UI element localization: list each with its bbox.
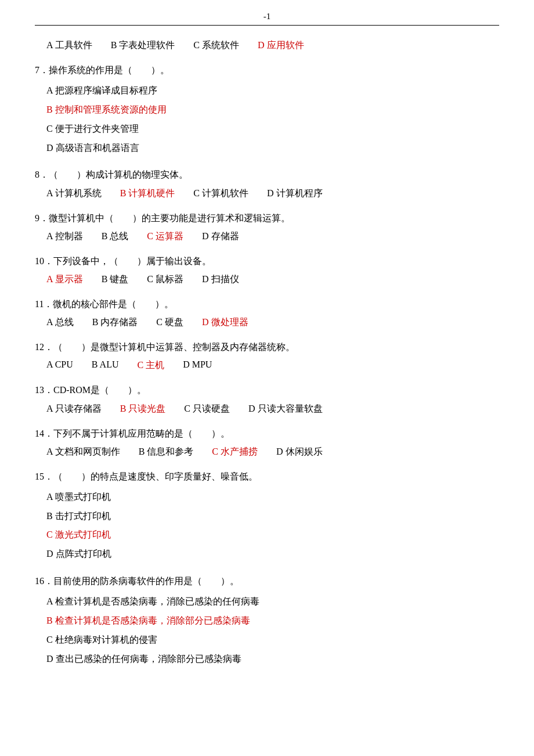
option-label: B bbox=[92, 317, 101, 327]
options-q16: A 检查计算机是否感染病毒，消除已感染的任何病毒B 检查计算机是否感染病毒，消除… bbox=[35, 593, 499, 667]
question-block-q16: 16．目前使用的防杀病毒软件的作用是（ ）。A 检查计算机是否感染病毒，消除已感… bbox=[35, 573, 499, 667]
option-q16-A: A 检查计算机是否感染病毒，消除已感染的任何病毒 bbox=[46, 593, 499, 610]
option-text: 文档和网页制作 bbox=[55, 447, 120, 456]
option-text: 信息和参考 bbox=[147, 447, 193, 456]
option-text: 水产捕捞 bbox=[221, 447, 258, 456]
option-q13-A: A 只读存储器 bbox=[46, 403, 102, 415]
option-q11-D: D 微处理器 bbox=[202, 316, 248, 329]
question-stem-q11: 11．微机的核心部件是（ ）。 bbox=[35, 296, 499, 312]
options-q15: A 喷墨式打印机B 击打式打印机C 激光式打印机D 点阵式打印机 bbox=[35, 489, 499, 563]
option-q10-A: A 显示器 bbox=[46, 273, 83, 286]
option-label: D bbox=[267, 188, 276, 198]
options-inline-q9: A 控制器B 总线C 运算器D 存储器 bbox=[35, 231, 499, 243]
option-label: B bbox=[120, 404, 129, 413]
option-text: 微处理器 bbox=[211, 317, 248, 327]
option-q9-D: D 存储器 bbox=[202, 231, 239, 243]
option-q13-C: C 只读硬盘 bbox=[184, 403, 230, 415]
option-q7-A: A 把源程序编译成目标程序 bbox=[46, 82, 499, 99]
option-text: 检查计算机是否感染病毒，消除已感染的任何病毒 bbox=[55, 596, 259, 606]
option-q12-B: B ALU bbox=[92, 359, 119, 372]
option-q12-D: D MPU bbox=[183, 359, 212, 372]
option-q_prefix-B: B 字表处理软件 bbox=[111, 39, 175, 52]
option-label: A bbox=[46, 404, 55, 413]
option-text: 应用软件 bbox=[267, 40, 304, 50]
option-text: 只读大容量软盘 bbox=[258, 404, 323, 413]
option-label: A bbox=[46, 188, 55, 198]
option-q10-B: B 键盘 bbox=[102, 273, 129, 286]
option-text: 喷墨式打印机 bbox=[55, 492, 111, 502]
option-text: 显示器 bbox=[55, 274, 83, 284]
options-inline-q14: A 文档和网页制作B 信息和参考C 水产捕捞D 休闲娱乐 bbox=[35, 446, 499, 458]
option-text: 控制器 bbox=[55, 231, 83, 241]
option-text: 控制和管理系统资源的使用 bbox=[55, 105, 167, 114]
option-text: 主机 bbox=[146, 360, 164, 370]
option-label: D bbox=[202, 231, 211, 241]
option-label: A bbox=[46, 85, 55, 95]
option-q15-B: B 击打式打印机 bbox=[46, 508, 499, 525]
option-text: 总线 bbox=[55, 317, 74, 327]
option-label: B bbox=[92, 359, 100, 369]
option-label: B bbox=[46, 511, 55, 521]
option-label: B bbox=[102, 231, 110, 241]
option-q9-A: A 控制器 bbox=[46, 231, 83, 243]
question-block-q10: 10．下列设备中，（ ）属于输出设备。A 显示器B 键盘C 鼠标器D 扫描仪 bbox=[35, 253, 499, 286]
option-q11-C: C 硬盘 bbox=[156, 316, 183, 329]
option-q8-D: D 计算机程序 bbox=[267, 188, 323, 200]
option-text: 内存储器 bbox=[100, 317, 138, 327]
option-q16-B: B 检查计算机是否感染病毒，消除部分已感染病毒 bbox=[46, 613, 499, 629]
option-text: 只读存储器 bbox=[55, 404, 102, 413]
option-text: 点阵式打印机 bbox=[56, 549, 111, 559]
option-text: 杜绝病毒对计算机的侵害 bbox=[55, 635, 157, 645]
option-q8-B: B 计算机硬件 bbox=[120, 188, 175, 200]
option-label: A bbox=[46, 492, 55, 502]
question-stem-q12: 12．（ ）是微型计算机中运算器、控制器及内存储器统称。 bbox=[35, 339, 499, 355]
option-label: C bbox=[193, 40, 202, 50]
question-stem-q7: 7．操作系统的作用是（ ）。 bbox=[35, 62, 499, 78]
question-block-q7: 7．操作系统的作用是（ ）。A 把源程序编译成目标程序B 控制和管理系统资源的使… bbox=[35, 62, 499, 156]
question-block-q11: 11．微机的核心部件是（ ）。A 总线B 内存储器C 硬盘D 微处理器 bbox=[35, 296, 499, 329]
option-text: 高级语言和机器语言 bbox=[56, 143, 139, 153]
options-inline-q13: A 只读存储器B 只读光盘C 只读硬盘D 只读大容量软盘 bbox=[35, 403, 499, 415]
option-label: A bbox=[46, 447, 55, 456]
option-label: C bbox=[46, 124, 55, 134]
option-label: C bbox=[184, 404, 193, 413]
option-q12-C: C 主机 bbox=[137, 359, 164, 372]
option-label: A bbox=[46, 317, 55, 327]
option-q8-A: A 计算机系统 bbox=[46, 188, 102, 200]
option-q9-C: C 运算器 bbox=[147, 231, 183, 243]
options-inline-q8: A 计算机系统B 计算机硬件C 计算机软件D 计算机程序 bbox=[35, 188, 499, 200]
question-stem-q8: 8．（ ）构成计算机的物理实体。 bbox=[35, 167, 499, 182]
option-label: D bbox=[183, 359, 192, 369]
option-text: 查出已感染的任何病毒，消除部分已感染病毒 bbox=[56, 654, 241, 664]
question-stem-q10: 10．下列设备中，（ ）属于输出设备。 bbox=[35, 253, 499, 269]
option-label: B bbox=[46, 615, 55, 625]
option-label: B bbox=[46, 105, 55, 114]
option-text: 存储器 bbox=[211, 231, 239, 241]
option-label: C bbox=[46, 635, 55, 645]
question-block-q15: 15．（ ）的特点是速度快、印字质量好、噪音低。A 喷墨式打印机B 击打式打印机… bbox=[35, 469, 499, 563]
option-label: C bbox=[147, 274, 156, 284]
option-text: 把源程序编译成目标程序 bbox=[55, 85, 157, 95]
option-q14-D: D 休闲娱乐 bbox=[276, 446, 323, 458]
option-text: 只读光盘 bbox=[128, 404, 165, 413]
option-text: CPU bbox=[55, 359, 73, 369]
option-label: C bbox=[46, 530, 55, 539]
option-q_prefix-D: D 应用软件 bbox=[258, 39, 304, 52]
option-q13-B: B 只读光盘 bbox=[120, 403, 166, 415]
option-label: D bbox=[46, 143, 56, 153]
option-text: 激光式打印机 bbox=[55, 530, 111, 539]
option-q14-C: C 水产捕捞 bbox=[212, 446, 258, 458]
option-text: 计算机系统 bbox=[55, 188, 102, 198]
option-text: 便于进行文件夹管理 bbox=[55, 124, 139, 134]
option-label: C bbox=[212, 447, 221, 456]
option-label: B bbox=[120, 188, 129, 198]
question-block-q12: 12．（ ）是微型计算机中运算器、控制器及内存储器统称。A CPUB ALUC … bbox=[35, 339, 499, 372]
option-label: B bbox=[102, 274, 110, 284]
option-text: 运算器 bbox=[156, 231, 183, 241]
option-text: MPU bbox=[192, 359, 212, 369]
option-q15-A: A 喷墨式打印机 bbox=[46, 489, 499, 506]
option-text: 系统软件 bbox=[202, 40, 239, 50]
option-q11-A: A 总线 bbox=[46, 316, 74, 329]
question-stem-q16: 16．目前使用的防杀病毒软件的作用是（ ）。 bbox=[35, 573, 499, 589]
option-label: C bbox=[193, 188, 202, 198]
